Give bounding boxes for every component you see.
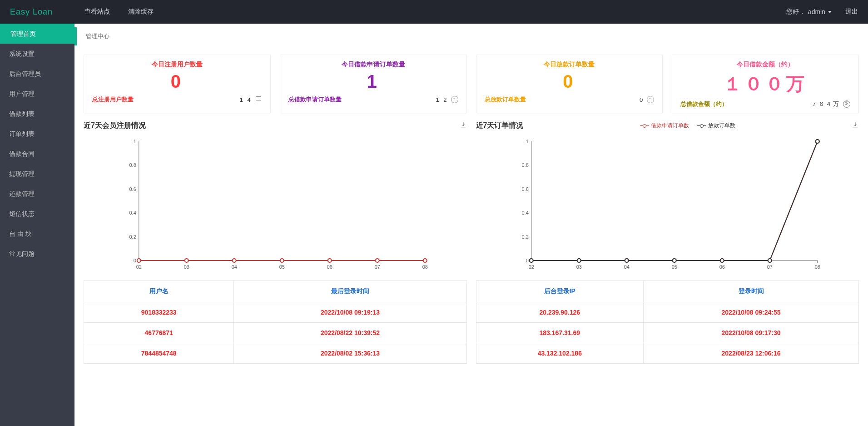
download-icon[interactable] — [852, 121, 859, 130]
svg-text:05: 05 — [279, 264, 285, 270]
card-foot-value: 1 4 — [240, 96, 262, 103]
sidebar-item-2[interactable]: 后台管理员 — [0, 64, 74, 84]
card-value: 0 — [485, 71, 655, 92]
svg-text:0: 0 — [526, 258, 528, 263]
table-cell: 2022/08/22 10:39:52 — [234, 323, 466, 343]
legend-loan-apply[interactable]: 借款申请订单数 — [640, 122, 689, 130]
sidebar-item-5[interactable]: 订单列表 — [0, 124, 74, 144]
svg-text:0.2: 0.2 — [129, 234, 136, 240]
legend-label: 放款订单数 — [708, 122, 735, 130]
card-foot-value: ７６４万 — [811, 100, 850, 108]
sidebar-item-0[interactable]: 管理首页 — [0, 24, 74, 44]
download-icon[interactable] — [460, 121, 467, 130]
table-row: 78448547482022/08/02 15:36:13 — [84, 343, 467, 364]
tables-row: 用户名最后登录时间90183322332022/10/08 09:19:1346… — [74, 273, 868, 373]
sidebar-item-7[interactable]: 提现管理 — [0, 164, 74, 184]
table-cell: 2022/10/08 09:19:13 — [234, 302, 466, 323]
card-title: 今日借款金额（约） — [680, 60, 850, 69]
chart-orders: 近7天订单情况 借款申请订单数 放款订单数 00.20.40.60.810203… — [476, 119, 859, 273]
svg-point-61 — [672, 259, 676, 262]
flag-icon — [255, 96, 262, 103]
card-foot-value: 0 — [640, 96, 654, 103]
card-foot-value: 1 2 — [436, 96, 458, 103]
sidebar-item-11[interactable]: 常见问题 — [0, 244, 74, 264]
top-link-clear-cache[interactable]: 清除缓存 — [128, 8, 154, 16]
table-cell: 2022/08/02 15:36:13 — [234, 343, 466, 364]
svg-text:03: 03 — [576, 264, 581, 270]
svg-text:1: 1 — [134, 139, 136, 144]
table-row: 20.239.90.1262022/10/08 09:24:55 — [476, 302, 859, 323]
card-value: 0 — [92, 71, 262, 92]
card-title: 今日放款订单数量 — [485, 60, 655, 69]
svg-point-23 — [185, 259, 188, 262]
dollar-icon — [843, 100, 850, 108]
svg-text:07: 07 — [375, 264, 380, 270]
chart-a-svg: 00.20.40.60.8102030405060708 — [84, 137, 467, 273]
sidebar-item-9[interactable]: 短信状态 — [0, 204, 74, 224]
table-cell: 183.167.31.69 — [476, 323, 644, 343]
sidebar-item-8[interactable]: 还款管理 — [0, 184, 74, 204]
svg-point-62 — [720, 259, 724, 262]
stat-card-1: 今日借款申请订单数量1总借款申请订单数量1 2 — [280, 55, 467, 113]
svg-point-22 — [137, 259, 141, 262]
svg-point-63 — [768, 259, 771, 262]
svg-point-27 — [376, 259, 379, 262]
svg-text:08: 08 — [422, 264, 428, 270]
chart-b-legend: 借款申请订单数 放款订单数 — [640, 122, 735, 130]
user-dropdown[interactable]: 您好， admin — [786, 8, 832, 16]
table-cell: 9018332233 — [84, 302, 234, 323]
svg-text:06: 06 — [719, 264, 724, 270]
card-title: 今日注册用户数量 — [92, 60, 262, 69]
svg-point-64 — [815, 140, 819, 143]
svg-text:03: 03 — [184, 264, 189, 270]
svg-text:0.4: 0.4 — [521, 210, 528, 216]
table-cell: 43.132.102.186 — [476, 343, 644, 364]
svg-text:0.4: 0.4 — [129, 210, 136, 216]
svg-text:07: 07 — [767, 264, 772, 270]
card-foot-label: 总放款订单数量 — [485, 95, 526, 104]
topbar-left: Easy Loan 查看站点 清除缓存 — [10, 7, 154, 17]
svg-point-25 — [280, 259, 284, 262]
chart-registrations: 近7天会员注册情况 00.20.40.60.8102030405060708 — [84, 119, 467, 273]
user-name: admin — [808, 8, 825, 15]
svg-text:0.6: 0.6 — [521, 186, 528, 192]
stat-card-3: 今日借款金额（约）１００万总借款金额（约）７６４万 — [672, 55, 859, 113]
svg-text:05: 05 — [671, 264, 677, 270]
sidebar-item-4[interactable]: 借款列表 — [0, 104, 74, 124]
sidebar-item-6[interactable]: 借款合同 — [0, 144, 74, 164]
svg-point-28 — [423, 259, 427, 262]
svg-text:0.8: 0.8 — [129, 162, 136, 168]
table-row: 183.167.31.692022/10/08 09:17:30 — [476, 323, 859, 343]
topbar-right: 您好， admin 退出 — [786, 8, 858, 16]
svg-point-60 — [625, 259, 628, 262]
top-links: 查看站点 清除缓存 — [84, 8, 154, 16]
breadcrumb: 管理中心 — [74, 27, 868, 45]
card-value: １００万 — [680, 71, 850, 96]
table-cell: 2022/08/23 12:06:16 — [644, 343, 859, 364]
svg-text:0.2: 0.2 — [521, 234, 528, 240]
svg-text:06: 06 — [327, 264, 332, 270]
sidebar-item-3[interactable]: 用户管理 — [0, 84, 74, 104]
table-header: 后台登录IP — [476, 281, 644, 302]
svg-text:0.8: 0.8 — [521, 162, 528, 168]
svg-point-24 — [233, 259, 236, 262]
logout-link[interactable]: 退出 — [845, 8, 858, 16]
table-header: 登录时间 — [644, 281, 859, 302]
table-row: 43.132.102.1862022/08/23 12:06:16 — [476, 343, 859, 364]
brand-logo[interactable]: Easy Loan — [10, 7, 53, 17]
table-users: 用户名最后登录时间90183322332022/10/08 09:19:1346… — [84, 281, 467, 364]
svg-point-58 — [529, 259, 533, 262]
sidebar-item-10[interactable]: 自 由 块 — [0, 224, 74, 244]
table-login-ips: 后台登录IP登录时间20.239.90.1262022/10/08 09:24:… — [476, 281, 859, 364]
table-cell: 2022/10/08 09:17:30 — [644, 323, 859, 343]
sidebar-item-1[interactable]: 系统设置 — [0, 44, 74, 64]
svg-text:02: 02 — [136, 264, 142, 270]
svg-text:04: 04 — [624, 264, 629, 270]
top-link-view-site[interactable]: 查看站点 — [84, 8, 110, 16]
sidebar: 管理首页系统设置后台管理员用户管理借款列表订单列表借款合同提现管理还款管理短信状… — [0, 24, 74, 426]
table-row: 467768712022/08/22 10:39:52 — [84, 323, 467, 343]
legend-loan-release[interactable]: 放款订单数 — [697, 122, 735, 130]
smile-icon — [647, 96, 654, 103]
table-header: 用户名 — [84, 281, 234, 302]
table-cell: 7844854748 — [84, 343, 234, 364]
